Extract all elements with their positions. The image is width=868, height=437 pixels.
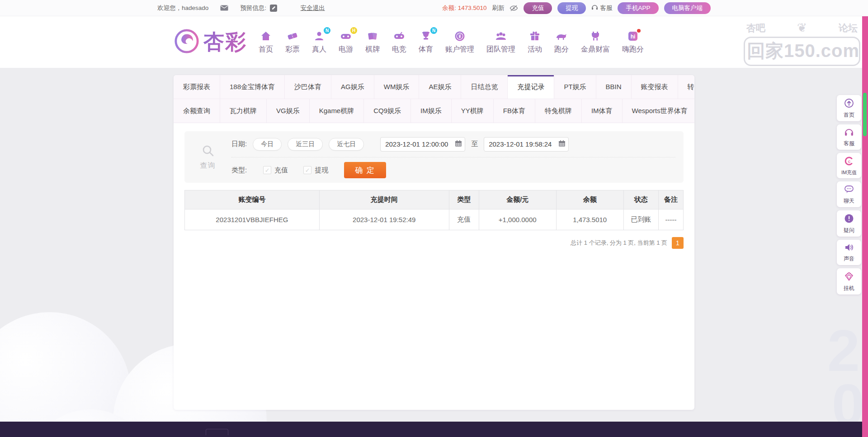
page-scrollbar[interactable]: [862, 16, 868, 437]
service-link[interactable]: 客服: [591, 4, 612, 12]
esports-gamepad-icon: [393, 30, 406, 43]
nav-item-promos[interactable]: 活动: [528, 30, 542, 54]
date-to-input[interactable]: [484, 137, 569, 152]
tab-zhangbian[interactable]: 账变报表: [632, 75, 678, 99]
nav-item-live[interactable]: N 真人: [312, 30, 326, 54]
table-header-row: 账变编号 充提时间 类型 金额/元 余额 状态 备注: [185, 190, 684, 209]
tab-fb[interactable]: FB体育: [494, 99, 535, 123]
nav-item-sports[interactable]: N 体育: [419, 30, 433, 54]
calendar-icon[interactable]: [455, 140, 462, 149]
nav-item-home[interactable]: 首页: [259, 30, 273, 54]
header: 杏彩 首页 彩票 N 真人 H 电游 棋牌: [0, 16, 868, 68]
date-filter-row: 日期: 今日 近三日 近七日 至: [231, 131, 675, 157]
cell-time: 2023-12-01 19:52:49: [319, 209, 449, 230]
nav-item-esports[interactable]: 电竞: [392, 30, 406, 54]
tab-cq9[interactable]: CQ9娱乐: [364, 99, 411, 123]
speaker-icon: [844, 243, 854, 254]
confirm-button[interactable]: 确 定: [344, 162, 386, 178]
col-balance: 余额: [556, 190, 623, 209]
nav-item-jinding[interactable]: 金鼎财富: [581, 30, 610, 54]
tab-zhuanzhang[interactable]: 转账报表: [678, 75, 694, 99]
tab-im-yule[interactable]: IM娱乐: [411, 99, 452, 123]
tab-yue-chaxun[interactable]: 余额查询: [174, 99, 220, 123]
cards-icon: [366, 30, 379, 43]
sidebar-item-sound[interactable]: 声音: [837, 240, 861, 265]
type-label: 类型:: [231, 166, 247, 175]
tab-chongti-jilu[interactable]: 充提记录: [508, 75, 554, 99]
brand-name: 杏彩: [203, 28, 247, 56]
page-1-button[interactable]: 1: [672, 237, 684, 249]
quick-7days-button[interactable]: 近七日: [329, 138, 364, 151]
col-change-id: 账变编号: [185, 190, 320, 209]
mobile-app-button[interactable]: 手机APP: [618, 2, 658, 14]
logout-link[interactable]: 安全退出: [301, 4, 325, 12]
pc-client-button[interactable]: 电脑客户端: [664, 2, 711, 14]
tab-shaba[interactable]: 沙巴体育: [285, 75, 331, 99]
records-table: 账变编号 充提时间 类型 金额/元 余额 状态 备注 20231201VBBJI…: [184, 190, 684, 230]
nav-item-account[interactable]: ¥ 账户管理: [445, 30, 474, 54]
tab-yy[interactable]: YY棋牌: [452, 99, 494, 123]
tab-pt[interactable]: PT娱乐: [554, 75, 596, 99]
nav-item-lottery[interactable]: 彩票: [285, 30, 300, 54]
hi-icon: hi: [627, 30, 639, 43]
sidebar-item-im-recharge[interactable]: C IM充值: [837, 153, 861, 178]
tab-bbin[interactable]: BBIN: [596, 75, 632, 99]
tab-188jinbaobo[interactable]: 188金宝博体育: [220, 75, 285, 99]
col-status: 状态: [623, 190, 658, 209]
checkbox-icon[interactable]: [263, 166, 271, 174]
sidebar-item-question[interactable]: 疑问: [837, 210, 861, 237]
sidebar-item-service[interactable]: 客服: [837, 124, 861, 150]
sidebar-item-home[interactable]: 首页: [837, 95, 861, 121]
tab-ae[interactable]: AE娱乐: [419, 75, 461, 99]
tab-row-2: 余额查询 瓦力棋牌 VG娱乐 Kgame棋牌 CQ9娱乐 IM娱乐 YY棋牌 F…: [174, 99, 694, 123]
nav-item-hipaofen[interactable]: hi 嗨跑分: [622, 30, 644, 54]
quick-today-button[interactable]: 今日: [253, 138, 282, 151]
nav-item-team[interactable]: 团队管理: [486, 30, 515, 54]
checkbox-icon[interactable]: [303, 166, 311, 174]
sidebar-item-chat[interactable]: 聊天: [837, 181, 861, 207]
cell-balance: 1,473.5010: [556, 209, 623, 230]
tab-wm[interactable]: WM娱乐: [374, 75, 420, 99]
refresh-link[interactable]: 刷新: [492, 4, 504, 12]
tab-ag[interactable]: AG娱乐: [331, 75, 374, 99]
team-icon: [495, 30, 507, 43]
withdraw-checkbox[interactable]: 提现: [303, 166, 328, 175]
recharge-button[interactable]: 充值: [524, 2, 552, 14]
mail-icon[interactable]: [220, 5, 228, 11]
date-label: 日期:: [231, 140, 247, 148]
alert-circle-icon: [844, 214, 854, 225]
nav-item-paofen[interactable]: 跑分: [554, 30, 569, 54]
main-panel: 彩票报表 188金宝博体育 沙巴体育 AG娱乐 WM娱乐 AE娱乐 日结总览 充…: [174, 75, 694, 410]
im-logo-icon: C: [844, 156, 854, 168]
tab-wesports[interactable]: Wesports世界体育: [623, 99, 694, 123]
col-time: 充提时间: [319, 190, 449, 209]
edit-icon[interactable]: [270, 5, 277, 12]
tab-rijie[interactable]: 日结总览: [461, 75, 508, 99]
sidebar-item-auto[interactable]: 挂机: [837, 268, 861, 294]
ticket-icon: [286, 30, 299, 43]
tab-caipiao-baobiao[interactable]: 彩票报表: [174, 75, 220, 99]
date-from-input[interactable]: [380, 137, 465, 152]
to-label: 至: [471, 140, 478, 148]
calendar-icon[interactable]: [558, 140, 566, 149]
recharge-checkbox[interactable]: 充值: [263, 166, 288, 175]
scrollbar-thumb[interactable]: [863, 93, 867, 136]
site-logo[interactable]: 杏彩: [174, 28, 247, 56]
quick-3days-button[interactable]: 近三日: [288, 138, 323, 151]
tab-kgame[interactable]: Kgame棋牌: [310, 99, 364, 123]
tab-wali[interactable]: 瓦力棋牌: [220, 99, 267, 123]
nav-item-chess[interactable]: 棋牌: [365, 30, 380, 54]
tab-vg[interactable]: VG娱乐: [267, 99, 310, 123]
pagination-summary: 总计 1 个记录, 分为 1 页, 当前第 1 页: [571, 239, 667, 247]
hot-badge: H: [350, 27, 357, 34]
pagination: 总计 1 个记录, 分为 1 页, 当前第 1 页 1: [184, 237, 684, 249]
background-digit: 2: [827, 317, 860, 385]
nav-item-slots[interactable]: H 电游: [339, 30, 353, 54]
withdraw-button[interactable]: 提现: [557, 2, 586, 14]
headset-icon: [591, 4, 598, 12]
eye-off-icon[interactable]: [509, 5, 518, 12]
tab-tetu[interactable]: 特兔棋牌: [535, 99, 582, 123]
reserved-info-label: 预留信息:: [240, 4, 266, 12]
new-badge: N: [430, 27, 437, 34]
tab-im-tiyu[interactable]: IM体育: [582, 99, 623, 123]
